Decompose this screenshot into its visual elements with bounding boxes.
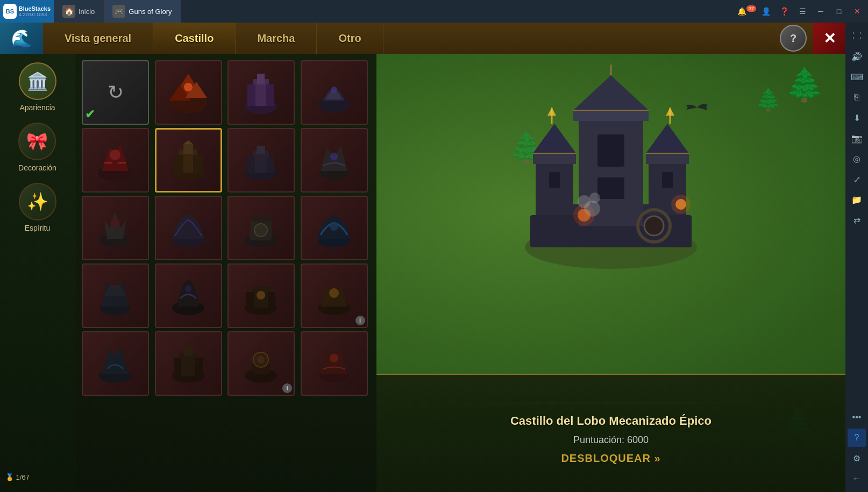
score-value: 6000 [627,434,649,445]
skin-17-preview [159,336,218,391]
svg-point-35 [330,222,338,231]
tab-otro[interactable]: Otro [317,23,383,54]
decoracion-icon: 🎀 [18,123,56,160]
svg-marker-68 [646,124,689,153]
svg-marker-19 [183,140,193,144]
skin-cell-14[interactable] [227,263,295,328]
skin-cell-6[interactable] [227,128,295,192]
maximize-btn[interactable]: □ [830,3,848,20]
menu-item-decoracion[interactable]: 🎀 Decoración [18,123,56,172]
minimize-btn[interactable]: ─ [812,3,829,20]
svg-point-56 [330,354,338,362]
copy-btn[interactable]: ⎘ [848,88,866,106]
info-box: Castillo del Lobo Mecanizado Épico Puntu… [376,374,845,492]
sync-btn[interactable]: ⇄ [848,211,866,229]
download-btn[interactable]: ⬇ [848,109,866,127]
menu-item-apariencia[interactable]: 🏛️ Apariencia [19,62,56,112]
question-btn[interactable]: ? [848,429,866,447]
skin-cell-4[interactable] [82,128,149,192]
menu-item-espiritu[interactable]: ✨ Espíritu [19,183,56,232]
nav-tabs: Vista general Castillo Marcha Otro [43,23,780,54]
close-btn[interactable]: ✕ [849,3,866,20]
svg-point-91 [589,192,600,203]
game-area: 🌲 🌲 🌲 🌲 🌊 Vista general Castillo Marcha … [0,23,868,492]
skin-cell-8[interactable] [82,196,149,260]
skin-cell-16[interactable] [82,331,149,396]
equipped-check: ✔ [85,108,95,122]
decoracion-label: Decoración [18,163,56,172]
skin-cell-2[interactable] [227,60,295,125]
skin-cell-18[interactable]: i [227,331,295,396]
location-btn[interactable]: ◎ [848,149,866,168]
svg-point-77 [644,216,664,236]
help-circle-btn[interactable]: ? [780,25,807,52]
info-divider [423,403,799,403]
svg-rect-7 [247,84,255,106]
svg-rect-17 [193,155,203,173]
skin-13-preview [159,268,218,324]
settings-btn[interactable]: ⚙ [848,449,866,467]
skin-cell-5[interactable] [155,128,222,192]
svg-rect-48 [179,353,197,376]
svg-rect-51 [184,347,193,356]
preview-panel: Castillo del Lobo Mecanizado Épico Puntu… [376,54,845,492]
unlock-button[interactable]: DESBLOQUEAR » [561,452,660,465]
camera-btn[interactable]: 📷 [848,129,866,147]
skin-11-preview [305,200,364,256]
svg-rect-74 [597,134,624,167]
skin-cell-7[interactable] [301,128,368,192]
help-btn[interactable]: ❓ [775,3,793,20]
menu-btn[interactable]: ☰ [794,3,811,20]
svg-point-54 [257,356,265,363]
skin-12-preview [86,268,145,324]
skin-4-preview [86,132,145,188]
resize-btn[interactable]: ⤢ [848,170,866,188]
castle-preview [498,65,724,280]
skin-cell-15[interactable]: i [301,263,368,328]
keyboard-btn[interactable]: ⌨ [848,68,866,86]
tab-marcha[interactable]: Marcha [236,23,317,54]
tab-vista-general[interactable]: Vista general [43,23,153,54]
skin-cell-1[interactable] [155,60,222,125]
svg-point-13 [110,149,120,160]
skin-2-preview [232,65,290,120]
right-sidebar: ⛶ 🔊 ⌨ ⎘ ⬇ 📷 ◎ ⤢ 📁 ⇄ ••• ? ⚙ ← [845,23,868,492]
svg-marker-88 [666,108,674,116]
skin-cell-13[interactable] [155,263,222,328]
expand-btn[interactable]: ⛶ [848,27,866,45]
svg-rect-75 [597,177,624,199]
nav-close-btn[interactable]: ✕ [813,23,845,54]
cell-info-badge-18: i [282,383,292,393]
svg-rect-42 [268,292,275,308]
bluestacks-logo: BS BlueStacks 4.270.0.1053 [0,0,54,23]
account-btn[interactable]: 👤 [757,3,774,20]
volume-btn[interactable]: 🔊 [848,47,866,66]
more-btn[interactable]: ••• [848,408,866,426]
skin-cell-17[interactable] [155,331,222,396]
skin-15-preview [305,268,364,324]
svg-point-28 [110,218,120,227]
skin-8-preview [86,200,145,256]
svg-point-38 [185,286,191,292]
folder-btn[interactable]: 📁 [848,190,866,209]
svg-rect-69 [662,172,673,188]
svg-rect-9 [257,74,265,84]
skin-cell-19[interactable] [301,331,368,396]
skin-6-preview [232,132,290,188]
back-btn[interactable]: ← [848,469,866,488]
skin-cell-10[interactable] [227,196,295,260]
svg-rect-23 [267,156,274,173]
skin-cell-3[interactable] [301,60,368,125]
skin-cell-9[interactable] [155,196,222,260]
svg-marker-72 [573,75,649,110]
skin-cell-11[interactable] [301,196,368,260]
tab-castillo[interactable]: Castillo [153,23,236,54]
tab-game[interactable]: 🎮 Guns of Glory [104,0,181,23]
tab-inicio[interactable]: 🏠 Inicio [54,0,104,23]
skin-cell-0[interactable]: ↻ ✔ [82,60,149,125]
bs-version: 4.270.0.1053 [19,12,51,17]
skin-cell-12[interactable] [82,263,149,328]
svg-rect-16 [174,155,183,173]
skin-10-preview [232,200,290,256]
skin-19-preview [305,336,364,391]
